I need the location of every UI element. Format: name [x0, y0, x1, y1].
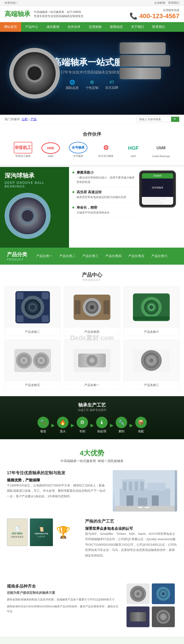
process-arrow-1: ▶: [51, 422, 55, 428]
feature-item-3-dot: [72, 206, 74, 208]
hero-tag-1: 🌐 国际品质: [66, 80, 79, 90]
adv-row-2: 严格的生产工艺 深受世界众多知名企业的认可 曾与SKF、Schaeffler、T…: [7, 518, 177, 558]
product-img-1: [5, 286, 60, 328]
process-arrow-2: ▶: [71, 422, 74, 428]
specs-img-row-2: [127, 606, 177, 627]
search-button[interactable]: 🔍: [171, 117, 179, 122]
product-cat-link-3[interactable]: 产品分类三: [82, 254, 98, 258]
product-cat-link-1[interactable]: 产品分类一: [36, 254, 52, 258]
hot-keywords-label: 热门关键词:: [4, 117, 20, 122]
nav-contact[interactable]: 联系我们: [148, 22, 169, 32]
nav-home[interactable]: 网站首页: [0, 22, 21, 32]
product-cat-link-2[interactable]: 产品分类二: [59, 254, 75, 258]
process-label-2: 退火: [60, 429, 66, 434]
nav-cases[interactable]: 成功案例: [42, 22, 63, 32]
breadcrumb-link-1[interactable]: 公彩: [22, 117, 28, 122]
mobile-content: [142, 197, 173, 205]
nav-delivery[interactable]: 交货效验: [85, 22, 106, 32]
mobile-hero: 深沟球轴承: [142, 178, 173, 197]
hotline: 全国服务热线 📞 400-123-4567: [130, 8, 180, 20]
adv-1-img: [113, 470, 177, 512]
product-name-5: 产品名称一: [64, 381, 120, 389]
feature-item-1: 摩擦系数小 一般运动功率损耗比较小，适用于要求减少轴承发热的机器: [72, 170, 136, 187]
product-card-1[interactable]: 产品名称二: [4, 286, 60, 336]
tagline1: 中高端轴承一站式服务商，始于1999年: [34, 10, 83, 14]
partner-5-name: HGF: [131, 155, 136, 158]
process-title: 轴承生产工艺 头端工艺·轴承专业系列: [7, 402, 177, 412]
partner-5: HGF HGF: [124, 142, 143, 158]
feature-items-list: 摩擦系数小 一般运动功率损耗比较小，适用于要求减少轴承发热的机器 高负荷 高速运…: [72, 170, 136, 218]
nav-news[interactable]: 新闻动态: [106, 22, 127, 32]
hero-tag-3: 🏷 自主品牌: [105, 80, 118, 90]
iso-cert-label: ISO 9001: [12, 532, 22, 535]
nav-products[interactable]: 产品中心: [21, 22, 42, 32]
trophy-area: 🏆: [55, 518, 71, 546]
product-category-bar: 产品分类 PRODUCT 产品分类一 产品分类二 产品分类三 产品分类四 产品分…: [0, 248, 184, 265]
advantages-section: 4大优势 中高端轴承一站式服务商 铸就一流民族轴承 17年专注优质轴承的定制与批…: [0, 439, 184, 574]
process-arrow-5: ▶: [130, 422, 133, 428]
svg-rect-6: [152, 496, 159, 507]
breadcrumb-link-2[interactable]: 产品: [31, 117, 36, 122]
factory-image: [113, 470, 177, 512]
feature-item-3-title: 寿命长，精密: [77, 206, 110, 210]
product-cat-links: 产品分类一 产品分类二 产品分类三 产品分类四 产品分类五 产品分类六: [36, 254, 168, 258]
product-center-section: 产品中心 PRODUCT Dede素材·com 产品名称二: [0, 265, 184, 396]
nav-partners[interactable]: 合作伙伴: [63, 22, 85, 32]
process-label-3: 车削: [79, 429, 85, 434]
partner-4-name: 向正动力轴承: [98, 154, 113, 158]
product-cat-link-4[interactable]: 产品分类四: [105, 254, 121, 258]
partner-4-icon: ⚙: [97, 142, 115, 154]
product-cat-link-5[interactable]: 产品分类五: [128, 254, 145, 258]
product-name-3: 产品名称六: [124, 328, 179, 336]
search-input[interactable]: [137, 117, 171, 122]
specs-img-row-1: [127, 584, 177, 604]
product-name-4: 产品名称五: [5, 381, 60, 389]
feature-item-2-desc: 能承受世界各地高速运转较大的轴向负荷: [77, 195, 126, 200]
hero-banner: 中高端轴承一站式服务商 17年专业技术代理高端轴承定制研发史 🌐 国际品质 ⚙ …: [0, 32, 184, 115]
specs-subtitle: 还能为客户提供定制化的轴承方案: [7, 591, 120, 595]
product-name-1: 产品名称二: [5, 328, 60, 336]
product-card-4[interactable]: 产品名称五: [4, 340, 60, 389]
process-label-5: 磨削: [118, 429, 124, 434]
adv-1-text: 17年专注优质轴承的定制与批发 规模优势，产能保障 于1999年6月创立，占地面…: [7, 470, 106, 499]
adv-row-1: 17年专注优质轴承的定制与批发 规模优势，产能保障 于1999年6月创立，占地面…: [7, 470, 177, 512]
header: 高端轴承 中高端轴承一站式服务商，始于1999年 凭借丰富的专业优质高端轴承定制…: [0, 6, 184, 22]
product-img-6: [124, 340, 179, 381]
feature-item-1-title: 摩擦系数小: [77, 170, 136, 175]
product-cat-subtitle: PRODUCT: [7, 258, 27, 261]
tag-icon-1: 🌐: [69, 80, 75, 85]
product-cat-link-6[interactable]: 产品分类六: [151, 254, 168, 258]
specs-section: 规格多品种齐全 还能为客户提供定制化的轴承方案 拥有各国标准轴承的制造力及技术积…: [0, 574, 184, 636]
adv-1-title: 17年专注优质轴承的定制与批发: [7, 470, 106, 476]
product-card-6[interactable]: 产品名称三: [124, 340, 180, 389]
product-card-2[interactable]: 产品名称四: [64, 286, 120, 336]
phone-icon: 📞: [130, 12, 138, 20]
nav-about[interactable]: 关于我们: [127, 22, 148, 32]
features-section: 深沟球轴承 DEEP GROOVE BALL BEARINGS 摩擦系数小 一般…: [0, 167, 184, 248]
partner-2-icon: HRB: [41, 142, 60, 154]
feature-right-panel: 摩擦系数小 一般运动功率损耗比较小，适用于要求减少轴承发热的机器 高负荷 高速运…: [69, 167, 184, 248]
feature-item-2-title: 高负荷 高速运转: [77, 190, 126, 194]
product-name-2: 产品名称四: [64, 328, 120, 336]
product-card-3[interactable]: 产品名称六: [124, 286, 180, 336]
top-bar-left: 欢迎光临！: [4, 1, 18, 5]
svg-rect-10: [140, 482, 144, 491]
partner-1-name: 华亚机工轴承: [15, 154, 31, 158]
feature-item-1-content: 摩擦系数小 一般运动功率损耗比较小，适用于要求减少轴承发热的机器: [77, 170, 136, 184]
mobile-preview: 高端轴承 深沟球轴承: [139, 170, 181, 218]
adv-1-subtitle: 规模优势，产能保障: [7, 478, 106, 483]
feature-item-3: 寿命长，精密 主轴承平均自然使用寿命长: [72, 206, 136, 218]
product-card-5[interactable]: 产品名称一: [64, 340, 120, 389]
hero-bearing-left: [9, 48, 60, 98]
adv-1-desc: 于1999年6月创立，占地面积约8万70000平方米，拥有职工300余人；配备国…: [7, 483, 106, 499]
hotline-number: 📞 400-123-4567: [130, 12, 180, 20]
tagline2: 凭借丰富的专业优质高端轴承定制研发史: [34, 14, 83, 18]
email-link[interactable]: 企业邮箱: [154, 1, 165, 4]
contact-link[interactable]: 联系我们: [168, 1, 180, 4]
iso-cert: 📄 ISO 9001 质量管理体系: [7, 518, 28, 546]
bearing-illustration: [4, 193, 60, 239]
svg-rect-7: [123, 482, 127, 491]
process-arrow-4: ▶: [110, 422, 113, 428]
svg-rect-8: [129, 482, 132, 491]
process-icon-5: 🔧: [116, 417, 127, 428]
